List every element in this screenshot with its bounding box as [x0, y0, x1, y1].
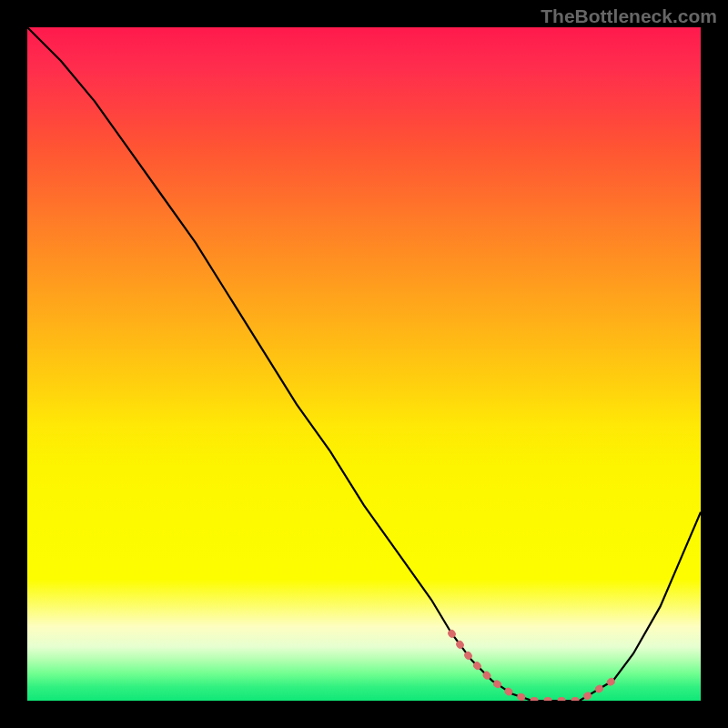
attribution-label: TheBottleneck.com — [541, 5, 717, 27]
highlight-markers — [451, 633, 613, 701]
bottleneck-curve — [27, 27, 701, 701]
plot-area — [27, 27, 701, 701]
chart-container: TheBottleneck.com — [0, 0, 728, 728]
chart-svg — [27, 27, 701, 701]
